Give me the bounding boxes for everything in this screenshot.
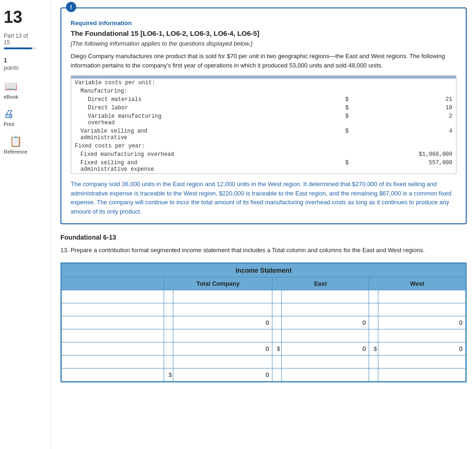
row-amount: 2 (352, 112, 456, 127)
row-amount: $1,060,000 (352, 150, 456, 159)
west-input-5[interactable] (430, 345, 463, 352)
west-input-3[interactable] (430, 319, 463, 326)
row-label-input-4[interactable] (65, 332, 161, 339)
row-label-input-6[interactable] (65, 358, 161, 365)
row-label: Direct labor (71, 104, 342, 112)
row-total-value[interactable] (173, 355, 272, 368)
foundational-section: Foundational 6-13 13. Prepare a contribu… (60, 234, 467, 382)
ebook-tool[interactable]: 📖 eBook (4, 80, 18, 100)
progress-bar-fill (4, 47, 32, 49)
east-input-4[interactable] (333, 332, 366, 339)
part-info: Part 13 of 15 (4, 33, 28, 46)
table-row: Variable manufacturingoverhead $ 2 (71, 112, 456, 127)
data-table: Variable costs per unit: Manufacturing: … (71, 79, 456, 174)
row-west-value[interactable] (378, 303, 465, 316)
row-label-input-5[interactable] (65, 345, 161, 352)
row-total-value[interactable] (173, 303, 272, 316)
row-label: Variable selling andadministrative (71, 127, 342, 142)
row-label[interactable] (62, 303, 164, 316)
table-row: Fixed costs per year: (71, 142, 456, 150)
west-input-4[interactable] (430, 332, 463, 339)
row-east-value[interactable] (281, 329, 369, 342)
total-input-3[interactable] (237, 319, 269, 326)
row-label[interactable] (62, 290, 164, 303)
row-west-dollar (369, 329, 378, 342)
reference-tool[interactable]: 📋 Reference (4, 135, 27, 154)
east-input-6[interactable] (333, 358, 366, 365)
income-table-row: $ $ (62, 342, 466, 355)
total-input-5[interactable] (237, 345, 269, 352)
income-table-row (62, 290, 466, 303)
total-input-6[interactable] (237, 358, 269, 365)
row-total-value[interactable] (173, 316, 272, 329)
row-dollar (342, 87, 352, 95)
row-total-dollar: $ (164, 368, 173, 381)
row-label-input-7[interactable] (65, 371, 161, 378)
row-east-value[interactable] (281, 368, 369, 381)
east-input-5[interactable] (333, 345, 366, 352)
row-dollar (342, 142, 352, 150)
total-input-2[interactable] (237, 306, 269, 313)
print-tool[interactable]: 🖨 Print (4, 108, 14, 127)
reference-label: Reference (4, 149, 27, 154)
west-input-7[interactable] (430, 371, 463, 378)
row-label[interactable] (62, 368, 164, 381)
main-content: ! Required information The Foundational … (51, 0, 476, 449)
east-input-3[interactable] (333, 319, 366, 326)
reference-icon: 📋 (9, 135, 22, 147)
row-label[interactable] (62, 355, 164, 368)
row-east-value[interactable] (281, 342, 369, 355)
required-info-label: Required information (71, 20, 456, 27)
info-box: ! Required information The Foundational … (60, 7, 467, 224)
row-label: Fixed selling andadministrative expense (71, 159, 342, 174)
row-west-value[interactable] (378, 316, 465, 329)
row-label[interactable] (62, 342, 164, 355)
row-east-value[interactable] (281, 290, 369, 303)
row-amount: 21 (352, 95, 456, 104)
east-input-2[interactable] (333, 306, 366, 313)
row-total-value[interactable] (173, 342, 272, 355)
row-east-value[interactable] (281, 316, 369, 329)
income-table-row (62, 303, 466, 316)
row-dollar (342, 150, 352, 159)
col-header-west: West (369, 277, 465, 290)
east-input-7[interactable] (333, 371, 366, 378)
row-east-value[interactable] (281, 303, 369, 316)
row-label: Fixed manufacturing overhead (71, 150, 342, 159)
row-label-input-3[interactable] (65, 319, 161, 326)
info-icon: ! (66, 2, 76, 12)
table-row: Variable selling andadministrative $ 4 (71, 127, 456, 142)
row-west-value[interactable] (378, 368, 465, 381)
total-input-4[interactable] (237, 332, 269, 339)
row-label[interactable] (62, 316, 164, 329)
row-total-value[interactable] (173, 368, 272, 381)
west-input-2[interactable] (430, 306, 463, 313)
total-input-1[interactable] (237, 293, 269, 300)
row-label: Fixed costs per year: (71, 142, 342, 150)
sidebar: 13 Part 13 of 15 1 points 📖 eBook 🖨 Prin… (0, 0, 51, 449)
row-total-dollar (164, 329, 173, 342)
west-input-1[interactable] (430, 293, 463, 300)
row-label-input-2[interactable] (65, 306, 161, 313)
row-total-value[interactable] (173, 290, 272, 303)
print-icon: 🖨 (4, 108, 14, 120)
row-label[interactable] (62, 329, 164, 342)
row-east-value[interactable] (281, 355, 369, 368)
west-input-6[interactable] (430, 358, 463, 365)
total-input-7[interactable] (237, 371, 269, 378)
question-text: 13. Prepare a contribution format segmen… (60, 246, 467, 255)
print-label: Print (4, 121, 14, 127)
row-west-value[interactable] (378, 342, 465, 355)
east-input-1[interactable] (333, 293, 366, 300)
row-total-value[interactable] (173, 329, 272, 342)
table-header-row-2: Total Company East West (62, 277, 466, 290)
row-east-dollar (272, 290, 281, 303)
description-text: Diego Company manufactures one product t… (71, 52, 456, 70)
row-west-value[interactable] (378, 290, 465, 303)
row-label-input[interactable] (65, 293, 161, 300)
table-row: Variable costs per unit: (71, 79, 456, 87)
row-east-dollar (272, 368, 281, 381)
row-west-value[interactable] (378, 329, 465, 342)
row-west-value[interactable] (378, 355, 465, 368)
row-east-dollar (272, 303, 281, 316)
